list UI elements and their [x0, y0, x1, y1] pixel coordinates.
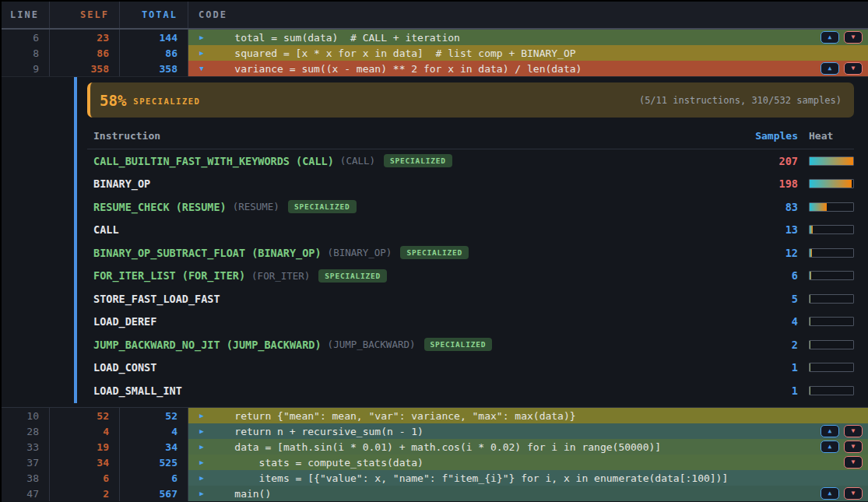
samples-count: 6 [743, 269, 798, 282]
expand-icon[interactable]: ▶ [193, 475, 210, 482]
expand-icon[interactable]: ▶ [193, 428, 210, 435]
code-cell[interactable]: ▶ stats = compute_stats(data)▼ [188, 455, 868, 470]
column-header-total: TOTAL [120, 2, 188, 28]
line-number: 9 [2, 61, 50, 76]
next-occurrence-button[interactable]: ▼ [844, 487, 863, 500]
heat-bar [809, 317, 854, 326]
code-cell[interactable]: ▶ data = [math.sin(i * 0.01) + math.cos(… [188, 439, 868, 455]
column-header-line: LINE [2, 2, 50, 28]
code-cell[interactable]: ▶ total = sum(data) # CALL + iteration▲▼ [188, 30, 868, 45]
self-samples-value: 6 [50, 470, 120, 486]
line-number: 33 [2, 439, 50, 455]
expand-icon[interactable]: ▶ [193, 412, 210, 420]
code-line-row: 3866▶ items = [{"value": x, "name": f"it… [2, 470, 868, 486]
next-occurrence-button[interactable]: ▼ [844, 441, 863, 453]
heat-bar [809, 202, 854, 212]
column-header-samples: Samples [743, 130, 798, 142]
line-number: 10 [2, 408, 50, 423]
base-instruction-name: (RESUME) [233, 201, 279, 212]
source-code-text: variance = sum((x - mean) ** 2 for x in … [210, 63, 821, 75]
instruction-rows: CALL_BUILTIN_FAST_WITH_KEYWORDS (CALL)(C… [87, 149, 854, 402]
occurrence-nav-buttons: ▲▼ [821, 425, 868, 437]
instruction-name: JUMP_BACKWARD_NO_JIT (JUMP_BACKWARD) [93, 339, 322, 351]
heat-bar [809, 225, 854, 234]
total-samples-value: 567 [120, 486, 188, 501]
code-cell[interactable]: ▶ return n + recursive_sum(n - 1)▲▼ [188, 423, 868, 439]
samples-count: 13 [743, 223, 798, 236]
next-occurrence-button[interactable]: ▼ [844, 425, 863, 437]
expand-icon[interactable]: ▶ [193, 459, 210, 466]
up-arrow-icon: ▲ [828, 65, 832, 72]
samples-count: 12 [743, 247, 798, 259]
total-samples-value: 358 [120, 61, 188, 76]
line-number: 8 [2, 45, 50, 61]
prev-occurrence-button[interactable]: ▲ [821, 425, 839, 437]
specialized-badge: SPECIALIZED [400, 246, 469, 259]
specialized-badge: SPECIALIZED [424, 338, 493, 351]
instruction-name: RESUME_CHECK (RESUME) [93, 201, 227, 213]
specialization-detail: (5/11 instructions, 310/532 samples) [639, 95, 842, 106]
instruction-name: LOAD_CONST [93, 361, 156, 374]
samples-count: 207 [743, 155, 798, 167]
total-samples-value: 52 [120, 408, 188, 423]
heat-bar-fill [810, 272, 811, 279]
instruction-row: LOAD_CONST1 [87, 356, 854, 380]
heat-bar-fill [810, 318, 810, 325]
line-number: 38 [2, 470, 50, 486]
code-line-row: 9358358▼ variance = sum((x - mean) ** 2 … [2, 61, 868, 76]
up-arrow-icon: ▲ [828, 490, 832, 497]
total-samples-value: 144 [120, 30, 188, 45]
source-code-text: total = sum(data) # CALL + iteration [210, 32, 821, 44]
instruction-row: JUMP_BACKWARD_NO_JIT (JUMP_BACKWARD)(JUM… [87, 333, 854, 356]
expand-icon[interactable]: ▶ [193, 50, 210, 57]
source-code-text: stats = compute_stats(data) [210, 457, 844, 469]
specialization-banner: 58% SPECIALIZED (5/11 instructions, 310/… [87, 82, 854, 118]
code-cell[interactable]: ▶ squared = [x * x for x in data] # list… [188, 45, 868, 61]
line-number: 47 [2, 486, 50, 501]
next-occurrence-button[interactable]: ▼ [844, 456, 863, 469]
instruction-row: BINARY_OP198 [87, 173, 854, 196]
specialized-badge: SPECIALIZED [318, 269, 387, 283]
total-samples-value: 34 [120, 439, 188, 455]
next-occurrence-button[interactable]: ▼ [844, 62, 863, 75]
heat-bar [809, 294, 854, 304]
instruction-name: LOAD_SMALL_INT [93, 384, 182, 397]
prev-occurrence-button[interactable]: ▲ [821, 441, 839, 453]
heat-bar-fill [810, 157, 853, 165]
prev-occurrence-button[interactable]: ▲ [821, 31, 839, 44]
specialized-badge: SPECIALIZED [384, 154, 452, 167]
code-line-row: 623144▶ total = sum(data) # CALL + itera… [2, 30, 868, 45]
up-arrow-icon: ▲ [828, 428, 832, 434]
instruction-name: BINARY_OP_SUBTRACT_FLOAT (BINARY_OP) [93, 247, 322, 259]
self-samples-value: 4 [50, 423, 120, 439]
down-arrow-icon: ▼ [852, 444, 856, 450]
source-code-text: items = [{"value": x, "name": f"item_{i}… [210, 472, 863, 484]
code-cell[interactable]: ▶ return {"mean": mean, "var": variance,… [188, 408, 868, 423]
total-samples-value: 86 [120, 45, 188, 61]
code-rows-bottom: 105252▶ return {"mean": mean, "var": var… [2, 408, 868, 501]
collapse-icon[interactable]: ▼ [193, 65, 210, 72]
base-instruction-name: (CALL) [340, 155, 375, 167]
specialized-percent-label: SPECIALIZED [133, 97, 200, 106]
up-arrow-icon: ▲ [828, 444, 832, 450]
expand-icon[interactable]: ▶ [193, 490, 210, 497]
heat-bar-fill [810, 180, 852, 188]
expand-icon[interactable]: ▶ [193, 444, 210, 451]
code-cell[interactable]: ▼ variance = sum((x - mean) ** 2 for x i… [188, 61, 868, 76]
code-cell[interactable]: ▶ items = [{"value": x, "name": f"item_{… [188, 470, 868, 486]
instruction-panel: 58% SPECIALIZED (5/11 instructions, 310/… [87, 77, 854, 407]
instruction-table-header: Instruction Samples Heat [87, 130, 854, 149]
heat-bar-fill [810, 295, 810, 303]
instruction-name: FOR_ITER_LIST (FOR_ITER) [93, 269, 245, 282]
next-occurrence-button[interactable]: ▼ [844, 31, 863, 44]
prev-occurrence-button[interactable]: ▲ [821, 487, 839, 500]
prev-occurrence-button[interactable]: ▲ [821, 62, 839, 75]
expanded-line-detail: 58% SPECIALIZED (5/11 instructions, 310/… [2, 76, 868, 408]
code-cell[interactable]: ▶ main()▲▼ [188, 486, 868, 501]
heat-bar [809, 386, 854, 395]
code-line-row: 331934▶ data = [math.sin(i * 0.01) + mat… [2, 439, 868, 455]
down-arrow-icon: ▼ [852, 428, 856, 434]
heat-bar-fill [810, 341, 810, 349]
source-code-text: return n + recursive_sum(n - 1) [210, 426, 821, 437]
expand-icon[interactable]: ▶ [193, 34, 210, 41]
